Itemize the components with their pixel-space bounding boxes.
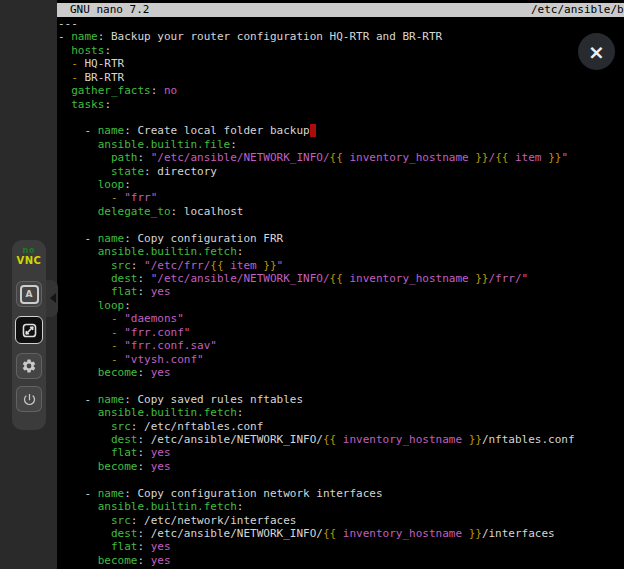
editor-line: loop:	[58, 178, 624, 191]
chevron-left-icon	[50, 293, 56, 303]
novnc-logo-bottom: VNC	[17, 256, 42, 266]
gear-icon	[21, 358, 37, 374]
keyboard-button[interactable]: A	[16, 281, 42, 307]
terminal-screen[interactable]: GNU nano 7.2 /etc/ansible/b ---- name: B…	[57, 0, 624, 569]
nano-version-label: GNU nano 7.2	[70, 3, 149, 17]
editor-line: flat: yes	[58, 540, 624, 553]
nano-titlebar: GNU nano 7.2 /etc/ansible/b	[57, 3, 624, 17]
editor-line: state: directory	[58, 165, 624, 178]
editor-line	[58, 111, 624, 124]
editor-line: tasks:	[58, 98, 624, 111]
editor-line: become: yes	[58, 366, 624, 379]
editor-line: src: "/etc/frr/{{ item }}"	[58, 259, 624, 272]
text-cursor	[310, 124, 317, 137]
editor-content: ---- name: Backup your router configurat…	[58, 17, 624, 569]
editor-line: delegate_to: localhost	[58, 205, 624, 218]
editor-line: flat: yes	[58, 446, 624, 459]
editor-line: - "frr"	[58, 191, 624, 204]
editor-line: ---	[58, 17, 624, 30]
keyboard-icon: A	[20, 285, 39, 304]
editor-line: dest: /etc/ansible/NETWORK_INFO/{{ inven…	[58, 527, 624, 540]
editor-line: - "frr.conf.sav"	[58, 339, 624, 352]
editor-line: become: yes	[58, 460, 624, 473]
editor-line: - "daemons"	[58, 312, 624, 325]
editor-line: - name: Copy saved rules nftables	[58, 393, 624, 406]
editor-line: dest: /etc/ansible/NETWORK_INFO/{{ inven…	[58, 433, 624, 446]
close-button[interactable]: ×	[578, 33, 615, 70]
power-icon	[22, 392, 37, 407]
vnc-control-bar: no VNC A	[12, 240, 46, 430]
settings-button[interactable]	[16, 353, 42, 379]
close-icon: ×	[588, 40, 605, 64]
editor-line: - name: Create local folder backup	[58, 124, 624, 137]
editor-line: ansible.builtin.fetch:	[58, 406, 624, 419]
fullscreen-button[interactable]	[15, 316, 43, 344]
editor-line: ansible.builtin.fetch:	[58, 500, 624, 513]
editor-line	[58, 379, 624, 392]
editor-line: ansible.builtin.file:	[58, 138, 624, 151]
editor-line: - name: Copy configuration FRR	[58, 232, 624, 245]
editor-line	[58, 218, 624, 231]
editor-line: - name: Backup your router configuration…	[58, 30, 624, 43]
editor-line: - "frr.conf"	[58, 326, 624, 339]
editor-line: src: /etc/network/interfaces	[58, 514, 624, 527]
novnc-logo: no VNC	[17, 247, 42, 266]
editor-line: src: /etc/nftables.conf	[58, 420, 624, 433]
editor-line: dest: "/etc/ansible/NETWORK_INFO/{{ inve…	[58, 272, 624, 285]
fullscreen-icon	[21, 322, 38, 339]
editor-line: gather_facts: no	[58, 84, 624, 97]
editor-line	[58, 473, 624, 486]
editor-line: flat: yes	[58, 285, 624, 298]
editor-line: ansible.builtin.fetch:	[58, 245, 624, 258]
nano-file-path: /etc/ansible/b	[531, 3, 624, 17]
editor-line: - name: Copy configuration network inter…	[58, 487, 624, 500]
editor-line: loop:	[58, 299, 624, 312]
editor-line: - "vtysh.conf"	[58, 353, 624, 366]
novnc-logo-top: no	[17, 247, 42, 255]
editor-line: become: yes	[58, 554, 624, 567]
editor-line: - HQ-RTR	[58, 57, 624, 70]
editor-line: path: "/etc/ansible/NETWORK_INFO/{{ inve…	[58, 151, 624, 164]
editor-line: hosts:	[58, 44, 624, 57]
power-button[interactable]	[16, 386, 42, 412]
editor-line: - BR-RTR	[58, 71, 624, 84]
control-bar-handle[interactable]	[46, 280, 58, 317]
